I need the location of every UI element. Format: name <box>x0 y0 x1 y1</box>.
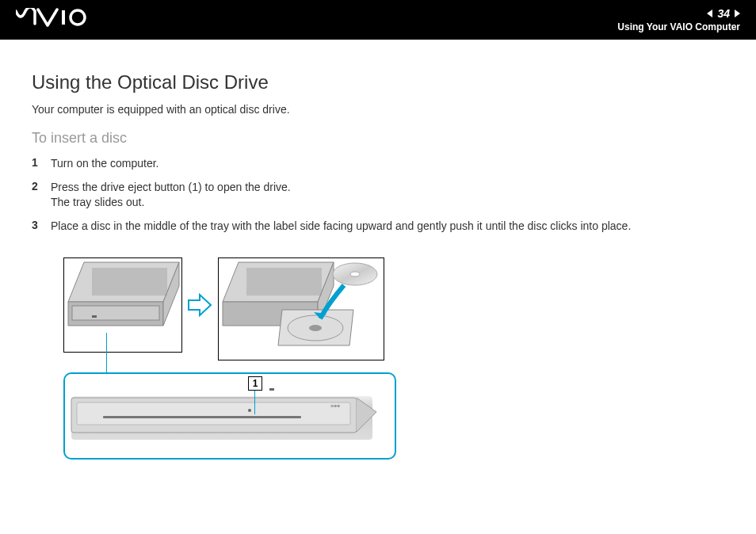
svg-rect-6 <box>72 306 159 320</box>
page-title: Using the Optical Disc Drive <box>32 71 724 93</box>
subtitle: To insert a disc <box>32 130 724 147</box>
header-bar: 34 Using Your VAIO Computer <box>0 0 756 40</box>
side-panel-illustration: ⊖⊕⊕ <box>71 396 372 440</box>
svg-rect-20 <box>103 416 301 418</box>
step-item: 3 Place a disc in the middle of the tray… <box>32 219 724 235</box>
vaio-logo <box>16 7 87 32</box>
step-item: 1 Turn on the computer. <box>32 156 724 172</box>
laptop-closed-illustration <box>63 257 182 353</box>
svg-rect-5 <box>92 268 167 296</box>
header-right: 34 Using Your VAIO Computer <box>617 7 740 32</box>
callout-line <box>254 391 255 414</box>
step-item: 2 Press the drive eject button (1) to op… <box>32 180 724 211</box>
svg-point-21 <box>248 409 251 412</box>
svg-rect-11 <box>246 268 322 296</box>
svg-point-16 <box>350 272 360 277</box>
svg-rect-19 <box>77 402 350 425</box>
step-number: 2 <box>32 180 51 211</box>
sequence-arrow-icon <box>187 293 211 317</box>
laptop-open-tray-illustration <box>218 257 384 360</box>
illustration: ⊖⊕⊕ 1 <box>55 250 412 463</box>
callout-label: 1 <box>248 376 262 391</box>
step-text: Place a disc in the middle of the tray w… <box>51 219 724 235</box>
svg-rect-7 <box>92 315 97 318</box>
svg-point-1 <box>71 10 85 25</box>
step-text: Turn on the computer. <box>51 156 724 172</box>
page-number: 34 <box>717 7 730 20</box>
page-content: Using the Optical Disc Drive Your comput… <box>0 40 756 463</box>
steps-list: 1 Turn on the computer. 2 Press the driv… <box>32 156 724 234</box>
step-number: 1 <box>32 156 51 172</box>
svg-rect-22 <box>269 388 274 391</box>
intro-text: Your computer is equipped with an optica… <box>32 103 724 116</box>
prev-page-arrow-icon[interactable] <box>707 10 712 17</box>
step-number: 3 <box>32 219 51 235</box>
next-page-arrow-icon[interactable] <box>735 10 740 17</box>
svg-text:⊖⊕⊕: ⊖⊕⊕ <box>330 403 340 408</box>
svg-point-14 <box>309 325 322 331</box>
svg-rect-0 <box>62 10 65 25</box>
breadcrumb: Using Your VAIO Computer <box>617 21 740 32</box>
page-nav: 34 <box>617 7 740 20</box>
step-text: Press the drive eject button (1) to open… <box>51 180 724 211</box>
